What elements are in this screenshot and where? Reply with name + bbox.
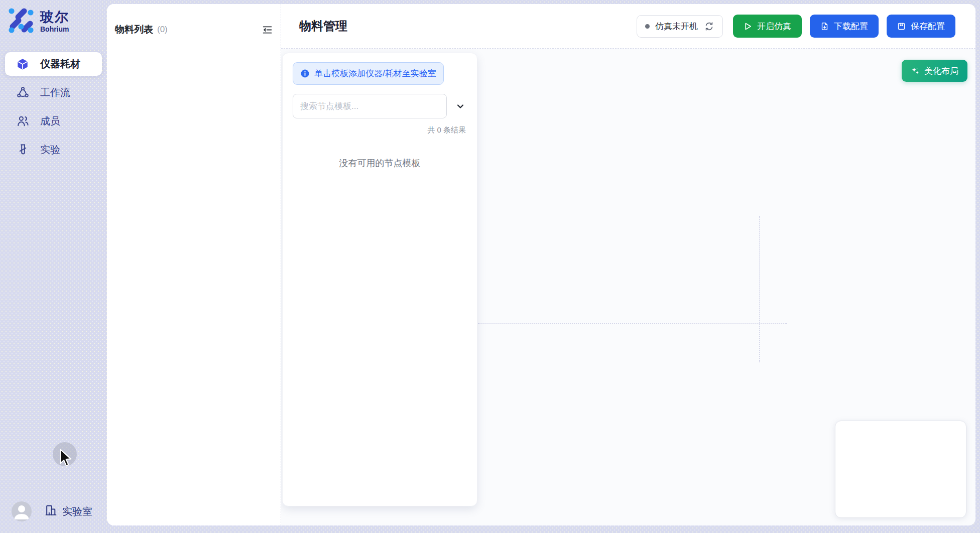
template-search-input[interactable] xyxy=(293,94,447,118)
brand-name-en: Bohrium xyxy=(40,26,69,33)
file-download-icon xyxy=(820,22,829,31)
workflow-icon xyxy=(16,86,29,99)
sidebar-item-experiment[interactable]: 实验 xyxy=(5,138,102,162)
template-empty-message: 没有可用的节点模板 xyxy=(293,157,467,169)
canvas-minimap[interactable] xyxy=(835,421,966,518)
start-simulation-button[interactable]: 开启仿真 xyxy=(733,15,802,38)
save-icon xyxy=(897,22,906,31)
members-icon xyxy=(16,115,29,128)
sidebar-item-label: 成员 xyxy=(40,114,60,128)
template-hint-text: 单击模板添加仪器/耗材至实验室 xyxy=(314,68,436,79)
sidebar-item-label: 工作流 xyxy=(40,86,70,99)
material-list-count: (0) xyxy=(157,25,168,35)
material-list-panel: 物料列表 (0) xyxy=(107,4,281,525)
start-simulation-label: 开启仿真 xyxy=(757,21,791,32)
refresh-status-button[interactable] xyxy=(703,21,714,32)
mouse-cursor xyxy=(59,449,75,469)
sidebar-nav: 仪器耗材 工作流 成员 xyxy=(0,52,107,162)
simulation-status-label: 仿真未开机 xyxy=(655,21,698,32)
main-section: 物料管理 仿真未开机 xyxy=(281,4,975,525)
info-icon xyxy=(300,69,310,78)
sidebar: 玻尔 Bohrium 仪器耗材 xyxy=(0,0,107,533)
node-template-panel: 单击模板添加仪器/耗材至实验室 共 0 条结果 没有可用的节点模板 xyxy=(282,53,477,506)
flow-canvas[interactable]: 单击模板添加仪器/耗材至实验室 共 0 条结果 没有可用的节点模板 xyxy=(281,49,975,525)
canvas-guide-horizontal xyxy=(478,323,787,324)
cube-icon xyxy=(16,58,29,71)
brand-name-zh: 玻尔 xyxy=(40,10,69,24)
lab-entry[interactable]: 实验室 xyxy=(45,504,92,519)
simulation-status-pill: 仿真未开机 xyxy=(637,15,723,38)
canvas-guide-vertical xyxy=(759,216,760,362)
beautify-layout-label: 美化布局 xyxy=(924,65,958,77)
experiment-icon xyxy=(16,144,29,157)
sidebar-item-instruments[interactable]: 仪器耗材 xyxy=(5,52,102,76)
download-config-label: 下载配置 xyxy=(834,21,868,32)
sidebar-item-workflow[interactable]: 工作流 xyxy=(5,81,102,104)
page-title: 物料管理 xyxy=(299,18,347,34)
sparkles-icon xyxy=(911,66,920,75)
lab-label: 实验室 xyxy=(62,505,92,518)
material-list-title: 物料列表 xyxy=(115,23,153,36)
building-icon xyxy=(45,504,57,519)
sidebar-item-members[interactable]: 成员 xyxy=(5,109,102,133)
material-list-header: 物料列表 (0) xyxy=(107,4,281,36)
avatar[interactable] xyxy=(12,501,32,521)
template-search-row xyxy=(293,94,467,118)
sidebar-item-label: 实验 xyxy=(40,143,60,157)
content-card: 物料列表 (0) 物料管理 仿真未开机 xyxy=(107,4,975,525)
save-config-button[interactable]: 保存配置 xyxy=(887,15,955,38)
bohrium-logo-icon xyxy=(7,7,35,37)
play-icon xyxy=(744,22,752,31)
beautify-layout-button[interactable]: 美化布局 xyxy=(902,60,967,82)
template-result-count: 共 0 条结果 xyxy=(293,125,467,135)
download-config-button[interactable]: 下载配置 xyxy=(810,15,879,38)
brand[interactable]: 玻尔 Bohrium xyxy=(7,7,69,37)
save-config-label: 保存配置 xyxy=(911,21,945,32)
main-header: 物料管理 仿真未开机 xyxy=(281,4,975,49)
chevron-down-icon[interactable] xyxy=(454,100,467,113)
template-hint-banner[interactable]: 单击模板添加仪器/耗材至实验室 xyxy=(293,62,444,85)
sidebar-footer: 实验室 xyxy=(12,501,92,521)
collapse-panel-icon[interactable] xyxy=(262,25,273,35)
sidebar-item-label: 仪器耗材 xyxy=(40,57,80,71)
status-dot-icon xyxy=(645,24,650,29)
